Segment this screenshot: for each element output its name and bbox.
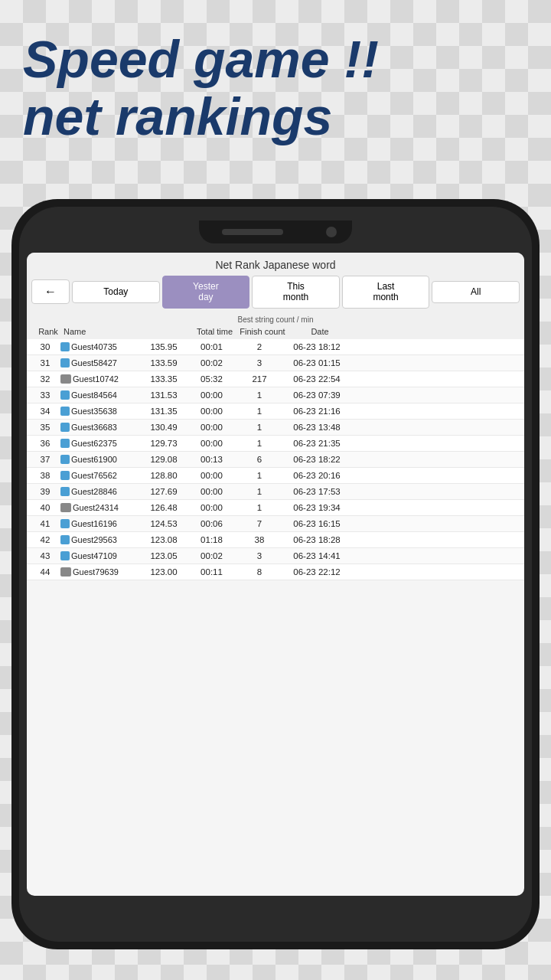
table-row: 42 Guest29563 123.08 01:18 38 06-23 18:2… bbox=[27, 532, 524, 548]
col-finish: Finish count bbox=[236, 325, 289, 338]
cell-score: 130.49 bbox=[137, 422, 191, 433]
cell-total: 00:13 bbox=[191, 454, 233, 465]
cell-finish: 1 bbox=[233, 422, 286, 433]
cell-rank: 31 bbox=[30, 358, 60, 368]
tab-yesterday[interactable]: Yesterday bbox=[162, 276, 250, 309]
cell-rank: 39 bbox=[30, 486, 60, 497]
table-row: 31 Guest58427 133.59 00:02 3 06-23 01:15 bbox=[27, 355, 524, 371]
cell-rank: 33 bbox=[30, 390, 60, 400]
cell-rank: 40 bbox=[30, 502, 60, 513]
data-rows: 30 Guest40735 135.95 00:01 2 06-23 18:12… bbox=[27, 339, 524, 896]
cell-date: 06-23 21:35 bbox=[286, 438, 347, 449]
cell-date: 06-23 18:28 bbox=[286, 534, 347, 545]
cell-name: Guest58427 bbox=[60, 358, 137, 368]
table-row: 43 Guest47109 123.05 00:02 3 06-23 14:41 bbox=[27, 548, 524, 564]
cell-score: 133.59 bbox=[137, 358, 191, 368]
cell-total: 00:00 bbox=[191, 502, 233, 513]
cell-name: Guest24314 bbox=[60, 502, 137, 513]
notch-camera bbox=[326, 227, 337, 237]
phone-icon bbox=[60, 471, 70, 480]
cell-name: Guest29563 bbox=[60, 534, 137, 545]
cell-name: Guest76562 bbox=[60, 470, 137, 481]
cell-name: Guest28846 bbox=[60, 486, 137, 497]
cell-date: 06-23 13:48 bbox=[286, 422, 347, 433]
table-row: 37 Guest61900 129.08 00:13 6 06-23 18:22 bbox=[27, 452, 524, 468]
table-row: 44 Guest79639 123.00 00:11 8 06-23 22:12 bbox=[27, 564, 524, 580]
cell-score: 123.08 bbox=[137, 534, 191, 545]
col-rank: Rank bbox=[33, 325, 64, 338]
cell-score: 123.05 bbox=[137, 550, 191, 561]
cell-total: 00:11 bbox=[191, 567, 233, 577]
cell-date: 06-23 22:54 bbox=[286, 374, 347, 384]
tablet-icon bbox=[60, 503, 71, 512]
cell-score: 129.73 bbox=[137, 438, 191, 449]
cell-finish: 1 bbox=[233, 486, 286, 497]
cell-date: 06-23 18:12 bbox=[286, 341, 347, 352]
col-name: Name bbox=[64, 325, 140, 338]
cell-score: 123.00 bbox=[137, 567, 191, 577]
cell-score: 124.53 bbox=[137, 518, 191, 529]
phone-icon bbox=[60, 439, 70, 448]
cell-score: 128.80 bbox=[137, 470, 191, 481]
phone-icon bbox=[60, 519, 70, 528]
cell-date: 06-23 07:39 bbox=[286, 390, 347, 400]
col-date: Date bbox=[289, 325, 350, 338]
col-total: Total time bbox=[194, 325, 236, 338]
cell-total: 00:00 bbox=[191, 486, 233, 497]
table-row: 36 Guest62375 129.73 00:00 1 06-23 21:35 bbox=[27, 436, 524, 452]
cell-name: Guest47109 bbox=[60, 550, 137, 561]
cell-score: 131.35 bbox=[137, 406, 191, 416]
cell-total: 00:00 bbox=[191, 390, 233, 400]
cell-name: Guest40735 bbox=[60, 341, 137, 352]
cell-score: 127.69 bbox=[137, 486, 191, 497]
tab-today[interactable]: Today bbox=[72, 281, 160, 302]
cell-name: Guest35638 bbox=[60, 406, 137, 416]
cell-name: Guest61900 bbox=[60, 454, 137, 465]
cell-rank: 44 bbox=[30, 567, 60, 577]
cell-score: 126.48 bbox=[137, 502, 191, 513]
cell-total: 00:02 bbox=[191, 358, 233, 368]
phone-icon bbox=[60, 535, 70, 544]
cell-score: 129.08 bbox=[137, 454, 191, 465]
rank-title: Net Rank Japanese word bbox=[31, 259, 520, 271]
table-row: 32 Guest10742 133.35 05:32 217 06-23 22:… bbox=[27, 371, 524, 387]
table-row: 30 Guest40735 135.95 00:01 2 06-23 18:12 bbox=[27, 339, 524, 355]
cell-score: 133.35 bbox=[137, 374, 191, 384]
cell-finish: 1 bbox=[233, 438, 286, 449]
cell-total: 00:02 bbox=[191, 550, 233, 561]
tab-all[interactable]: All bbox=[432, 281, 520, 302]
title-area: Speed game !! net rankings bbox=[0, 0, 551, 161]
cell-date: 06-23 14:41 bbox=[286, 550, 347, 561]
cell-finish: 217 bbox=[233, 374, 286, 384]
cell-rank: 32 bbox=[30, 374, 60, 384]
cell-name: Guest16196 bbox=[60, 518, 137, 529]
phone-notch bbox=[199, 220, 352, 243]
tab-last-month[interactable]: Lastmonth bbox=[342, 276, 430, 309]
cell-total: 00:06 bbox=[191, 518, 233, 529]
phone-frame: Net Rank Japanese word ← Today Yesterday… bbox=[11, 199, 540, 949]
cell-total: 00:00 bbox=[191, 406, 233, 416]
cell-name: Guest79639 bbox=[60, 567, 137, 577]
cell-score: 135.95 bbox=[137, 341, 191, 352]
phone-icon bbox=[60, 390, 70, 400]
cell-finish: 1 bbox=[233, 502, 286, 513]
cell-name: Guest62375 bbox=[60, 438, 137, 449]
table-row: 35 Guest36683 130.49 00:00 1 06-23 13:48 bbox=[27, 420, 524, 436]
cell-name: Guest10742 bbox=[60, 374, 137, 384]
cell-finish: 1 bbox=[233, 406, 286, 416]
cell-rank: 35 bbox=[30, 422, 60, 433]
tab-this-month[interactable]: Thismonth bbox=[252, 276, 340, 309]
back-button[interactable]: ← bbox=[31, 279, 70, 304]
cell-finish: 7 bbox=[233, 518, 286, 529]
table-row: 33 Guest84564 131.53 00:00 1 06-23 07:39 bbox=[27, 387, 524, 403]
tablet-icon bbox=[60, 567, 71, 577]
cell-finish: 3 bbox=[233, 358, 286, 368]
cell-rank: 36 bbox=[30, 438, 60, 449]
cell-total: 01:18 bbox=[191, 534, 233, 545]
phone-icon bbox=[60, 551, 70, 560]
phone-icon bbox=[60, 487, 70, 496]
phone-icon bbox=[60, 407, 70, 416]
table-row: 41 Guest16196 124.53 00:06 7 06-23 16:15 bbox=[27, 516, 524, 532]
cell-date: 06-23 19:34 bbox=[286, 502, 347, 513]
cell-total: 05:32 bbox=[191, 374, 233, 384]
